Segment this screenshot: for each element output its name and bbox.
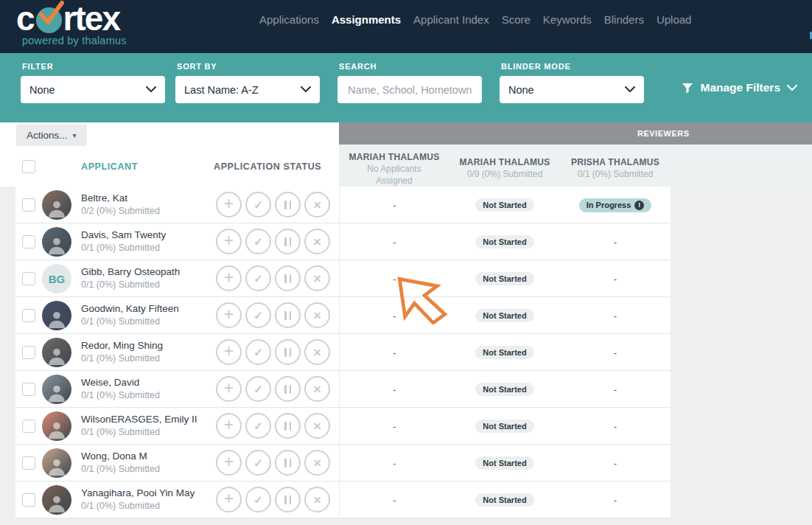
- check-icon[interactable]: ✓: [245, 487, 271, 512]
- pause-icon[interactable]: [275, 487, 301, 512]
- assignments-table: Actions... ▾ APPLICANT APPLICATION STATU…: [0, 122, 812, 525]
- caret-down-icon: ▾: [73, 131, 77, 139]
- nav-item-applications[interactable]: Applications: [259, 13, 319, 26]
- status-badge-label: Not Started: [483, 348, 526, 357]
- plus-icon[interactable]: +: [216, 450, 242, 476]
- applicant-name[interactable]: Gibb, Barry Osteopath: [81, 266, 180, 277]
- pause-icon[interactable]: [275, 229, 301, 254]
- reviewer-status-cell: -: [339, 445, 449, 481]
- avatar: [42, 301, 71, 330]
- check-icon[interactable]: ✓: [245, 376, 271, 402]
- manage-filters-button[interactable]: Manage Filters: [674, 77, 805, 99]
- person-icon: [47, 456, 66, 476]
- applicant-name[interactable]: WilsonERASGES, Emily II: [81, 414, 197, 425]
- application-status-actions: +✓✕: [216, 339, 330, 365]
- actions-button[interactable]: Actions... ▾: [16, 125, 87, 146]
- nav-item-upload[interactable]: Upload: [657, 13, 692, 26]
- pause-icon[interactable]: [275, 450, 301, 476]
- applicant-name[interactable]: Weise, David: [81, 377, 139, 388]
- pause-icon[interactable]: [275, 376, 301, 402]
- applicant-name[interactable]: Beltre, Kat: [81, 192, 127, 204]
- nav-item-keywords[interactable]: Keywords: [543, 13, 592, 26]
- check-icon[interactable]: ✓: [245, 265, 271, 291]
- reviewer-column-header: MARIAH THALAMUSNo ApplicantsAssigned: [339, 145, 449, 187]
- pause-icon[interactable]: [275, 192, 301, 218]
- close-icon[interactable]: ✕: [304, 192, 330, 218]
- applicant-name[interactable]: Redor, Ming Shing: [81, 340, 163, 351]
- pause-icon[interactable]: [275, 302, 301, 328]
- applicant-name[interactable]: Yanagihara, Pooi Yin May: [81, 487, 195, 498]
- row-checkbox[interactable]: [22, 309, 35, 322]
- applicant-name[interactable]: Davis, Sam Twenty: [81, 229, 166, 240]
- info-icon[interactable]: !: [634, 201, 644, 210]
- search-input[interactable]: [346, 83, 473, 97]
- plus-icon[interactable]: +: [216, 339, 242, 365]
- check-icon[interactable]: ✓: [245, 413, 271, 439]
- reviewer-status-cell: -: [339, 481, 449, 518]
- nav-item-applicant-index[interactable]: Applicant Index: [413, 13, 489, 26]
- check-icon[interactable]: ✓: [245, 192, 271, 218]
- filter-dropdown[interactable]: None: [21, 76, 165, 103]
- plus-icon[interactable]: +: [216, 376, 242, 402]
- row-checkbox[interactable]: [22, 383, 35, 396]
- select-all-checkbox[interactable]: [22, 160, 35, 173]
- plus-icon[interactable]: +: [216, 229, 242, 254]
- row-checkbox[interactable]: [22, 456, 35, 470]
- reviewer-status-cell: -: [339, 187, 449, 223]
- blinder-mode-dropdown[interactable]: None: [500, 76, 644, 103]
- application-status-actions: +✓✕: [216, 376, 330, 402]
- check-icon[interactable]: ✓: [245, 339, 271, 365]
- pause-icon[interactable]: [275, 413, 301, 439]
- avatar: [42, 411, 71, 441]
- applicant-name[interactable]: Goodwin, Katy Fifteen: [81, 303, 179, 314]
- row-checkbox[interactable]: [22, 346, 35, 359]
- reviewer-status-cell: -: [560, 445, 671, 481]
- plus-icon[interactable]: +: [216, 265, 242, 291]
- person-icon: [47, 420, 66, 439]
- close-icon[interactable]: ✕: [304, 265, 330, 291]
- sort-by-dropdown[interactable]: Last Name: A-Z: [175, 76, 320, 103]
- close-icon[interactable]: ✕: [304, 376, 330, 402]
- reviewer-status-cell: Not Started: [449, 371, 560, 408]
- plus-icon[interactable]: +: [216, 413, 242, 439]
- status-badge-in-progress: In Progress!: [579, 198, 652, 212]
- nav-item-score[interactable]: Score: [502, 13, 531, 26]
- row-checkbox[interactable]: [22, 198, 35, 212]
- reviewer-status-cell: Not Started: [449, 187, 560, 223]
- applicant-submitted-progress: 0/2 (0%) Submitted: [81, 206, 160, 216]
- plus-icon[interactable]: +: [216, 487, 242, 512]
- pause-icon[interactable]: [275, 265, 301, 291]
- no-status-dash: -: [393, 274, 396, 285]
- nav-item-blinders[interactable]: Blinders: [604, 13, 644, 26]
- close-icon[interactable]: ✕: [304, 302, 330, 328]
- check-icon[interactable]: ✓: [245, 302, 271, 328]
- status-badge-label: Not Started: [483, 496, 526, 504]
- plus-icon[interactable]: +: [216, 192, 242, 218]
- close-icon[interactable]: ✕: [304, 450, 330, 476]
- status-badge-not-started: Not Started: [475, 383, 533, 396]
- nav-item-assignments[interactable]: Assignments: [332, 13, 401, 26]
- status-badge-label: Not Started: [483, 201, 526, 209]
- pause-icon[interactable]: [275, 339, 301, 365]
- close-icon[interactable]: ✕: [304, 413, 330, 439]
- row-checkbox[interactable]: [22, 493, 35, 507]
- applicant-name[interactable]: Wong, Dona M: [81, 451, 147, 462]
- close-icon[interactable]: ✕: [304, 487, 330, 512]
- logo-check-icon: [36, 7, 62, 33]
- check-icon[interactable]: ✓: [245, 450, 271, 476]
- funnel-icon: [682, 83, 693, 94]
- no-status-dash: -: [393, 384, 396, 395]
- reviewer-status-cell: -: [339, 334, 449, 371]
- close-icon[interactable]: ✕: [304, 229, 330, 254]
- row-checkbox[interactable]: [22, 420, 35, 433]
- reviewer-status-cell: Not Started: [449, 297, 560, 334]
- row-checkbox[interactable]: [22, 235, 35, 248]
- reviewer-progress: 0/1 (0%) Submitted: [560, 168, 671, 180]
- no-status-dash: -: [614, 237, 617, 248]
- check-icon[interactable]: ✓: [245, 229, 271, 254]
- no-status-dash: -: [393, 237, 396, 248]
- person-icon: [47, 309, 66, 328]
- row-checkbox[interactable]: [22, 272, 35, 285]
- plus-icon[interactable]: +: [216, 302, 242, 328]
- close-icon[interactable]: ✕: [304, 339, 330, 365]
